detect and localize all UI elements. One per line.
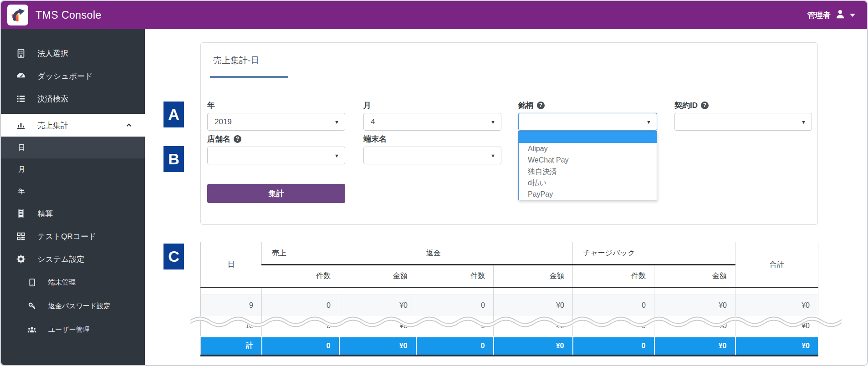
sidebar-item-user-management[interactable]: ユーザー管理 — [1, 318, 145, 341]
app-logo-icon — [7, 5, 28, 25]
dropdown-option-d-barai[interactable]: d払い — [519, 177, 657, 188]
cell-sales-count: 0 — [262, 337, 339, 356]
cell-refund-count: 0 — [416, 295, 494, 316]
column-header-day: 日 — [201, 242, 262, 288]
sidebar-item-terminal-management[interactable]: 端末管理 — [1, 270, 145, 294]
screenshot-frame: TMS Console 管理者 法人選択 ダッシュボード — [0, 0, 868, 366]
sidebar-item-label: システム設定 — [37, 254, 85, 264]
cell-refund-amount: ¥0 — [494, 316, 573, 337]
caret-down-icon: ▼ — [801, 119, 806, 125]
sidebar-item-label: 法人選択 — [37, 48, 68, 59]
store-name-select[interactable]: ▼ — [207, 147, 345, 164]
cell-sales-count: 0 — [262, 295, 339, 316]
sidebar-item-label: 月 — [18, 165, 25, 174]
sidebar-item-label: 決済検索 — [37, 94, 68, 104]
list-icon — [15, 94, 26, 104]
store-name-help-icon[interactable]: ? — [234, 135, 241, 143]
top-bar: TMS Console 管理者 — [1, 1, 867, 29]
dashboard-icon — [15, 71, 26, 81]
aggregate-button[interactable]: 集計 — [207, 184, 345, 203]
cell-total: ¥0 — [735, 295, 818, 316]
sidebar-item-label: 返金パスワード設定 — [48, 302, 110, 310]
cell-day: 9 — [201, 295, 262, 316]
column-header-sales-amount: 金額 — [339, 265, 416, 288]
cell-chargeback-count: 0 — [573, 295, 654, 316]
users-icon — [27, 325, 36, 335]
annotation-marker-a: A — [163, 102, 184, 127]
sales-summary-table: 日 売上 返金 チャージバック 合計 件数 金額 件数 金額 件数 — [200, 242, 818, 356]
sales-summary-card: 売上集計-日 年 2019 ▼ 月 4 ▼ — [200, 42, 818, 225]
cell-sales-amount: ¥0 — [339, 337, 416, 356]
cell-chargeback-amount: ¥0 — [654, 316, 735, 337]
receipt-icon — [15, 208, 26, 219]
dropdown-option-alipay[interactable]: Alipay — [519, 143, 657, 154]
column-group-sales: 売上 — [262, 242, 416, 265]
sidebar-item-label: テストQRコード — [37, 231, 97, 242]
sidebar-item-dashboard[interactable]: ダッシュボード — [1, 65, 145, 87]
contract-id-help-icon[interactable]: ? — [701, 102, 709, 109]
sidebar-item-label: 端末管理 — [48, 278, 76, 287]
cell-total: ¥0 — [735, 316, 818, 337]
cell-refund-amount: ¥0 — [494, 337, 573, 356]
column-header-total: 合計 — [735, 242, 818, 288]
cell-sales-amount: ¥0 — [339, 316, 416, 337]
brand-help-icon[interactable]: ? — [537, 102, 545, 109]
dropdown-option-empty[interactable] — [519, 132, 657, 143]
sidebar-item-refund-password[interactable]: 返金パスワード設定 — [1, 294, 145, 318]
building-icon — [15, 48, 26, 58]
annotation-marker-c: C — [163, 244, 184, 269]
column-header-chargeback-count: 件数 — [573, 265, 654, 288]
cell-day: 計 — [201, 337, 262, 356]
table-spacer-row — [201, 288, 818, 295]
sidebar-item-sales-summary[interactable]: 売上集計 — [1, 114, 145, 137]
cell-refund-count: 0 — [416, 337, 494, 356]
sidebar-item-system-settings[interactable]: システム設定 — [1, 248, 145, 270]
contract-id-select[interactable]: ▼ — [674, 113, 812, 131]
cell-refund-count: 0 — [416, 316, 494, 337]
sidebar-item-corporate-select[interactable]: 法人選択 — [1, 42, 145, 65]
cell-chargeback-amount: ¥0 — [654, 295, 735, 316]
cell-sales-count: 0 — [262, 316, 339, 337]
sidebar-item-year[interactable]: 年 — [1, 180, 145, 202]
caret-down-icon: ▼ — [334, 153, 339, 158]
sidebar-divider — [1, 353, 145, 353]
sidebar-item-label: 精算 — [37, 208, 53, 219]
dropdown-option-original-payment[interactable]: 独自決済 — [519, 166, 657, 177]
terminal-name-select[interactable]: ▼ — [363, 147, 501, 164]
main-content: A B C 売上集計-日 年 2019 ▼ 月 4 — [145, 29, 867, 365]
user-menu-caret-icon — [850, 14, 855, 17]
brand-select[interactable]: ▼ — [518, 113, 657, 131]
chevron-up-icon — [125, 121, 133, 129]
brand-label: 銘柄 — [518, 100, 534, 111]
dropdown-option-paypay[interactable]: PayPay — [519, 188, 657, 200]
column-header-refund-amount: 金額 — [494, 265, 573, 288]
user-icon — [835, 9, 846, 21]
month-label: 月 — [363, 100, 501, 110]
sidebar: 法人選択 ダッシュボード 決済検索 売上集計 — [1, 29, 145, 365]
card-divider — [201, 78, 817, 78]
sidebar-item-settlement[interactable]: 精算 — [1, 202, 145, 225]
sidebar-item-test-qr[interactable]: テストQRコード — [1, 225, 145, 248]
user-menu[interactable]: 管理者 — [807, 9, 855, 21]
dropdown-option-wechat-pay[interactable]: WeChat Pay — [519, 154, 657, 166]
bar-chart-icon — [15, 120, 26, 130]
year-select-value: 2019 — [214, 117, 232, 127]
cell-sales-amount: ¥0 — [339, 295, 416, 316]
terminal-name-label: 端末名 — [363, 134, 501, 144]
sidebar-item-label: ユーザー管理 — [48, 325, 90, 334]
sidebar-item-day[interactable]: 日 — [1, 137, 145, 158]
gear-icon — [15, 254, 26, 264]
year-select[interactable]: 2019 ▼ — [207, 113, 345, 131]
column-header-chargeback-amount: 金額 — [654, 265, 735, 288]
sidebar-item-payment-search[interactable]: 決済検索 — [1, 87, 145, 110]
caret-down-icon: ▼ — [490, 119, 495, 125]
cell-refund-amount: ¥0 — [494, 295, 573, 316]
sidebar-item-label: 売上集計 — [37, 120, 68, 131]
month-select-value: 4 — [371, 117, 375, 127]
month-select[interactable]: 4 ▼ — [363, 113, 501, 131]
cell-day: 10 — [201, 316, 262, 337]
tab-sales-summary-day[interactable]: 売上集計-日 — [213, 55, 259, 66]
app-title: TMS Console — [36, 9, 102, 21]
sidebar-item-month[interactable]: 月 — [1, 158, 145, 180]
column-header-sales-count: 件数 — [262, 265, 339, 288]
